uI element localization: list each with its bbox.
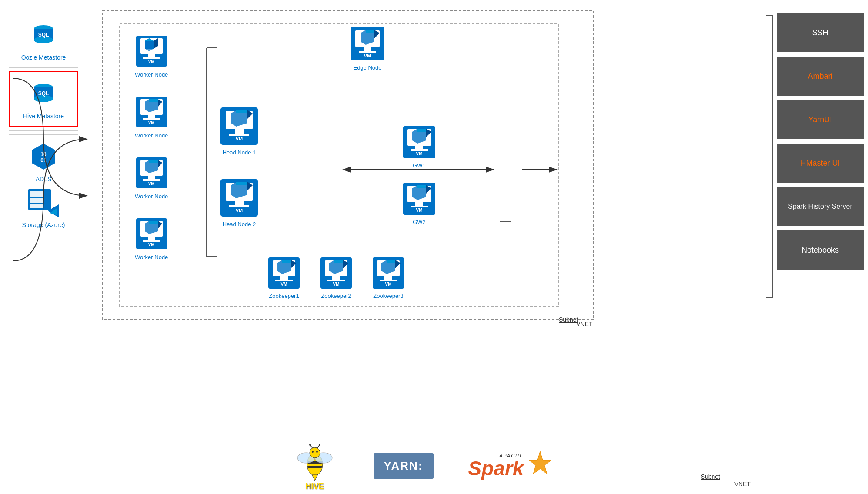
notebooks-button[interactable]: Notebooks [777, 230, 864, 270]
svg-rect-74 [229, 134, 249, 136]
spark-logo: APACHE Spark [468, 451, 554, 481]
zookeeper3-node: VM Zookeeper3 [372, 257, 405, 299]
svg-marker-90 [366, 30, 374, 33]
svg-rect-95 [411, 149, 428, 151]
hive-bee-icon [291, 441, 339, 484]
svg-marker-144 [529, 451, 551, 474]
yarn-logo: YARN: [374, 453, 434, 479]
svg-marker-69 [149, 221, 158, 224]
head-node-1: VM Head Node 1 [220, 107, 259, 156]
svg-rect-88 [359, 51, 376, 53]
oozie-sql-icon: SQL [28, 20, 59, 50]
svg-marker-76 [236, 110, 247, 113]
svg-rect-101 [415, 202, 423, 206]
svg-rect-87 [364, 47, 371, 51]
worker3-label: Worker Node [135, 193, 168, 200]
ambari-button[interactable]: Ambari [777, 57, 864, 96]
zk1-label: Zookeeper1 [269, 293, 299, 299]
spark-text: Spark [468, 458, 524, 478]
gw1-node: VM GW1 [402, 125, 436, 169]
svg-rect-60 [143, 179, 160, 181]
svg-rect-94 [415, 146, 423, 149]
gw2-node: VM GW2 [402, 182, 436, 225]
svg-rect-45 [143, 57, 160, 59]
ssh-label: SSH [812, 28, 828, 37]
svg-rect-7 [44, 45, 57, 49]
zookeeper1-node: VM Zookeeper1 [267, 257, 300, 299]
ambari-label: Ambari [808, 72, 832, 81]
right-panel: SSH Ambari YarnUI HMaster UI Spark Histo… [777, 13, 864, 270]
worker2-label: Worker Node [135, 132, 168, 139]
svg-rect-108 [280, 276, 288, 280]
svg-point-138 [316, 451, 318, 453]
svg-point-137 [312, 451, 314, 453]
svg-point-140 [309, 444, 311, 446]
worker-node-3: VM Worker Node [135, 157, 168, 200]
spark-label: Spark History Server [788, 202, 852, 211]
head-node-2: VM Head Node 2 [220, 178, 259, 227]
svg-rect-133 [307, 466, 322, 468]
svg-rect-73 [235, 129, 244, 134]
head2-label: Head Node 2 [223, 221, 256, 227]
svg-rect-80 [235, 201, 244, 205]
hive-text: HIVE [306, 482, 324, 491]
svg-rect-67 [143, 240, 160, 242]
svg-marker-104 [417, 185, 426, 188]
svg-point-142 [319, 444, 320, 446]
worker4-label: Worker Node [135, 254, 168, 260]
svg-marker-125 [387, 260, 395, 263]
worker-node-4: VM Worker Node [135, 217, 168, 260]
svg-rect-52 [148, 115, 155, 118]
edge-node: VM Edge Node [350, 26, 385, 71]
svg-rect-53 [143, 118, 160, 120]
zookeeper2-node: VM Zookeeper2 [320, 257, 353, 299]
worker-node-2: VM Worker Node [135, 96, 168, 139]
main-diagram: Subnet VNET VM Worker Node [93, 9, 751, 485]
svg-text:SQL: SQL [38, 32, 49, 38]
head1-label: Head Node 1 [223, 149, 256, 156]
svg-rect-123 [380, 280, 397, 281]
svg-marker-118 [334, 260, 343, 263]
svg-marker-97 [417, 129, 426, 132]
vnet-text: VNET [576, 320, 593, 327]
bottom-logos: HIVE YARN: APACHE Spark [93, 446, 751, 485]
hive-logo: HIVE [291, 441, 339, 491]
svg-marker-55 [149, 99, 158, 102]
ssh-button[interactable]: SSH [777, 13, 864, 52]
svg-marker-83 [236, 182, 247, 185]
spark-history-button[interactable]: Spark History Server [777, 187, 864, 226]
svg-marker-62 [149, 160, 158, 163]
svg-rect-102 [411, 206, 428, 207]
svg-rect-81 [229, 205, 249, 207]
svg-rect-44 [148, 54, 155, 57]
svg-rect-115 [332, 276, 340, 280]
left-arrows-svg [9, 52, 117, 313]
gw1-label: GW1 [413, 162, 426, 169]
subnet-text: Subnet [559, 316, 578, 323]
gw2-label: GW2 [413, 219, 426, 225]
hmaster-label: HMaster UI [800, 159, 840, 168]
hmaster-button[interactable]: HMaster UI [777, 144, 864, 183]
svg-point-136 [310, 447, 320, 458]
yarnui-button[interactable]: YarnUI [777, 100, 864, 139]
diagram-svg: Subnet VNET [93, 9, 751, 485]
zk3-label: Zookeeper3 [373, 293, 403, 299]
notebooks-label: Notebooks [801, 246, 839, 255]
svg-rect-116 [327, 280, 345, 281]
svg-rect-66 [148, 237, 155, 240]
worker1-label: Worker Node [135, 71, 168, 78]
edge-label: Edge Node [353, 64, 381, 71]
svg-rect-122 [384, 276, 392, 280]
svg-marker-111 [282, 260, 291, 263]
svg-rect-109 [275, 280, 293, 281]
right-bracket-svg [764, 13, 777, 300]
svg-rect-59 [148, 176, 155, 179]
worker-node-1: VM Worker Node [135, 35, 168, 78]
spark-star-icon [527, 451, 553, 481]
svg-marker-143 [312, 474, 318, 481]
zk2-label: Zookeeper2 [321, 293, 351, 299]
yarn-text: YARN: [384, 459, 423, 472]
yarn-label: YarnUI [808, 115, 832, 124]
